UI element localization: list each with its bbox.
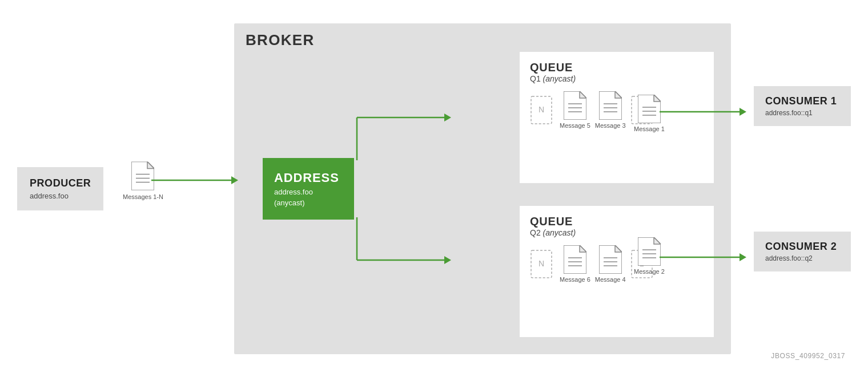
producer-sublabel: address.foo xyxy=(30,192,91,200)
svg-marker-33 xyxy=(444,256,451,264)
consumer1-sublabel: address.foo::q1 xyxy=(765,109,839,117)
address-box: ADDRESS address.foo (anycast) xyxy=(263,158,354,220)
queue2-msg4-label: Message 4 xyxy=(595,276,626,283)
message1-label: Message 1 xyxy=(634,125,665,132)
queue1-messages: N Message 5 xyxy=(530,91,704,129)
queue2-name: Q2 xyxy=(530,228,541,237)
svg-marker-54 xyxy=(740,253,746,261)
consumer2-sublabel: address.foo::q2 xyxy=(765,254,839,262)
queue2-title: QUEUE xyxy=(530,215,704,228)
queue1-subtitle: Q1 (anycast) xyxy=(530,74,704,83)
queue2-msg4: Message 4 xyxy=(595,245,626,283)
svg-marker-47 xyxy=(740,108,746,116)
producer-box: PRODUCER address.foo xyxy=(17,167,103,210)
svg-text:N: N xyxy=(539,105,544,114)
svg-marker-17 xyxy=(580,245,586,252)
queue1-msg5: Message 5 xyxy=(560,91,590,129)
message2-label: Message 2 xyxy=(634,268,665,275)
watermark: JBOSS_409952_0317 xyxy=(771,352,845,360)
queue2-placeholder-n: N xyxy=(530,249,555,279)
producer-label: PRODUCER xyxy=(30,177,91,189)
producer-messages-label: Messages 1-N xyxy=(123,193,163,200)
svg-marker-3 xyxy=(580,91,586,98)
queue1-name: Q1 xyxy=(530,74,541,83)
queue1-msg5-label: Message 5 xyxy=(560,122,590,129)
queue2-msg6: Message 6 xyxy=(560,245,590,283)
diagram: PRODUCER address.foo BROKER ADDRESS addr… xyxy=(11,12,857,366)
producer-message-icon: Messages 1-N xyxy=(123,161,163,200)
address-label: ADDRESS xyxy=(274,171,343,185)
svg-marker-22 xyxy=(615,245,622,252)
address-sublabel2: (anycast) xyxy=(274,198,343,207)
queue1-msg3: Message 3 xyxy=(595,91,626,129)
svg-text:N: N xyxy=(539,259,544,268)
address-sublabel: address.foo xyxy=(274,188,343,196)
consumer2-box: CONSUMER 2 address.foo::q2 xyxy=(754,232,851,271)
consumer2-label: CONSUMER 2 xyxy=(765,241,839,253)
queue2-type: (anycast) xyxy=(543,228,576,237)
svg-marker-8 xyxy=(615,91,622,98)
svg-marker-30 xyxy=(444,113,451,121)
queue1-type: (anycast) xyxy=(543,74,576,83)
broker-area: BROKER ADDRESS address.foo (anycast) QUE… xyxy=(234,23,731,354)
svg-marker-42 xyxy=(654,95,661,102)
queue2-subtitle: Q2 (anycast) xyxy=(530,228,704,237)
broker-title: BROKER xyxy=(234,23,731,49)
queue1-placeholder-n: N xyxy=(530,95,555,125)
consumer1-label: CONSUMER 1 xyxy=(765,95,839,107)
queue1-msg3-label: Message 3 xyxy=(595,122,626,129)
queue1-area: QUEUE Q1 (anycast) N xyxy=(520,52,714,183)
queue1-title: QUEUE xyxy=(530,61,704,74)
svg-marker-35 xyxy=(147,161,154,168)
message1-icon: Message 1 xyxy=(634,95,665,132)
queue2-msg6-label: Message 6 xyxy=(560,276,590,283)
consumer1-box: CONSUMER 1 address.foo::q1 xyxy=(754,86,851,126)
message2-icon: Message 2 xyxy=(634,237,665,275)
queue2-area: QUEUE Q2 (anycast) N xyxy=(520,206,714,337)
queue2-messages: N Message 6 xyxy=(530,245,704,283)
svg-marker-49 xyxy=(654,237,661,244)
